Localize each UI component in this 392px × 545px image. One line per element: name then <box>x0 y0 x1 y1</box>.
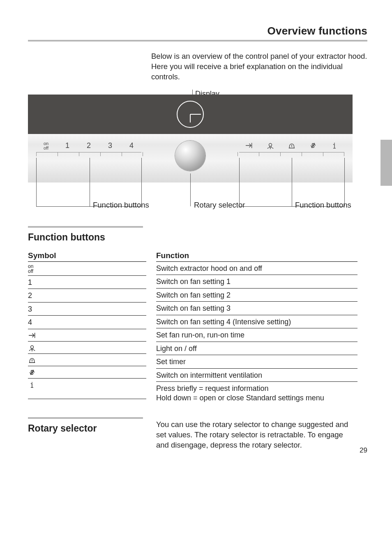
symbol-header: Symbol <box>28 251 146 262</box>
function-header: Function <box>156 251 357 262</box>
table-row: 3 <box>28 303 146 316</box>
timer-icon <box>28 356 36 364</box>
table-row: on off <box>28 262 146 276</box>
table-row <box>28 329 146 342</box>
fan-1-button[interactable]: 1 <box>57 141 78 150</box>
table-row: Switch on fan setting 3 <box>156 302 357 315</box>
table-row <box>28 379 146 399</box>
runon-icon <box>28 331 36 339</box>
on-label: on <box>28 264 146 269</box>
section-divider <box>28 417 143 419</box>
left-function-buttons-label: Function buttons <box>93 201 149 210</box>
intro-paragraph: Below is an overview of the control pane… <box>151 51 367 82</box>
onoff-button[interactable]: on off <box>35 141 57 150</box>
intermittent-icon <box>309 141 317 150</box>
table-row <box>28 366 146 379</box>
timer-button[interactable] <box>281 141 302 150</box>
light-icon <box>28 344 36 352</box>
off-label: off <box>28 269 146 274</box>
table-row: Switch on fan setting 1 <box>156 275 357 289</box>
table-row: Set timer <box>156 355 357 369</box>
rotary-selector-heading: Rotary selector <box>28 423 146 434</box>
section-divider <box>28 226 143 228</box>
table-row: Press briefly = request information Hold… <box>156 382 357 402</box>
display-panel <box>28 95 353 134</box>
intermittent-button[interactable] <box>302 141 324 150</box>
table-row: 2 <box>28 289 146 303</box>
manual-page: Overview functions Below is an overview … <box>0 0 392 467</box>
runon-button[interactable] <box>238 141 260 150</box>
table-row: Switch on fan setting 2 <box>156 289 357 302</box>
right-function-buttons-label: Function buttons <box>295 201 351 210</box>
clock-icon <box>177 101 204 128</box>
table-row <box>28 354 146 366</box>
control-panel-diagram: Display on off 1 2 3 4 <box>28 90 353 211</box>
intermittent-icon <box>28 368 36 376</box>
table-row <box>28 342 146 354</box>
info-icon <box>330 141 339 150</box>
table-row: Switch on fan setting 4 (Intensive setti… <box>156 315 357 329</box>
off-label: off <box>35 146 57 150</box>
rotary-selector-text: You can use the rotary selector to chang… <box>156 417 357 450</box>
table-row: Switch on intermittent ventilation <box>156 369 357 382</box>
fan-2-button[interactable]: 2 <box>78 141 99 150</box>
page-number: 29 <box>360 446 367 455</box>
fan-4-button[interactable]: 4 <box>121 141 142 150</box>
function-buttons-table: Symbol on off 1 2 3 4 Function Switch ex… <box>28 251 367 403</box>
timer-icon <box>288 141 296 150</box>
light-icon <box>266 141 274 150</box>
info-icon <box>28 381 36 389</box>
header-divider <box>28 40 367 42</box>
table-row: Light on / off <box>156 342 357 356</box>
page-title: Overview functions <box>28 25 367 37</box>
table-row: 1 <box>28 276 146 289</box>
function-buttons-heading: Function buttons <box>28 232 367 243</box>
rotary-callout-label: Rotary selector <box>194 201 245 210</box>
light-button[interactable] <box>260 141 281 150</box>
info-button[interactable] <box>324 141 345 150</box>
table-row: Switch extractor hood on and off <box>156 262 357 275</box>
table-row: 4 <box>28 316 146 329</box>
runon-icon <box>245 141 253 150</box>
fan-3-button[interactable]: 3 <box>99 141 121 150</box>
rotary-selector-knob[interactable] <box>175 141 205 171</box>
table-row: Set fan run-on, run-on time <box>156 328 357 342</box>
